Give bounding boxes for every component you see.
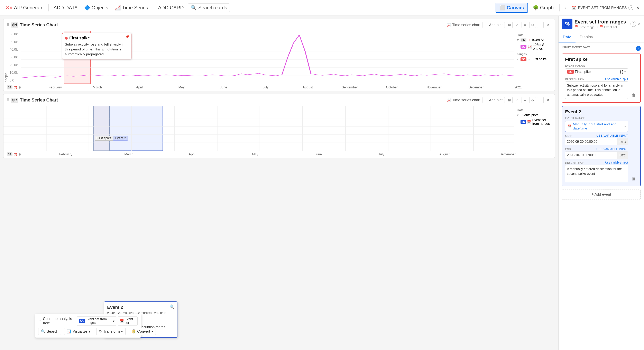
- delete-event2-btn[interactable]: 🗑: [630, 175, 638, 183]
- transform-label: Transform: [103, 329, 120, 334]
- nav-divider-3: [559, 4, 560, 11]
- plot-badge-m: $M: [520, 38, 526, 42]
- add-card-btn[interactable]: ADD CARD: [156, 4, 186, 12]
- t-2021: 2021: [497, 86, 539, 89]
- monitor-icon-1[interactable]: 🖥: [522, 22, 528, 28]
- chart-type-label-2: Time series chart: [452, 98, 480, 102]
- start-date-input[interactable]: [565, 138, 617, 145]
- t2-aug: August: [413, 153, 476, 156]
- event2-desc-label: DESCRIPTION: [565, 161, 584, 164]
- search-btn[interactable]: 🔍 Search: [38, 328, 61, 335]
- panel-header: $$ Event set from ranges 📅 Time range → …: [558, 16, 644, 32]
- t-sep: September: [329, 86, 371, 89]
- time-series-chart-btn-1[interactable]: 📈 Time series chart: [445, 22, 482, 28]
- panel-help-btn[interactable]: ?: [630, 21, 636, 27]
- close-chart-1[interactable]: ×: [545, 22, 552, 28]
- nav-right-group: ⬜ Canvas 🌳 Graph ← 📅 EVENT SET FROM RANG…: [496, 3, 641, 13]
- event2-use-var-link[interactable]: Use variable input: [605, 161, 628, 164]
- start-use-var-link[interactable]: Use variable input: [596, 134, 628, 137]
- aip-generate-btn[interactable]: ✕✕ AIP Generate: [3, 4, 46, 12]
- transform-btn[interactable]: ⟳ Transform ▾: [96, 328, 126, 335]
- close-chart-2[interactable]: ×: [545, 97, 552, 103]
- visualize-btn[interactable]: 📊 Visualize ▾: [64, 328, 93, 335]
- expand-icon-2[interactable]: ⊞: [506, 97, 512, 103]
- event2-range-select[interactable]: 📅 Manually input start and end date/time…: [565, 121, 628, 132]
- info-icon[interactable]: i: [636, 46, 641, 51]
- t2-jul: July: [350, 153, 413, 156]
- add-event-btn[interactable]: + Add event: [562, 189, 641, 199]
- close-panel-nav-btn[interactable]: ×: [635, 3, 641, 12]
- annotation-header: First spike: [65, 36, 128, 40]
- panel-help-nav-icon[interactable]: ?: [628, 5, 633, 10]
- chevron-down-icon: ▾: [113, 319, 114, 323]
- fullscreen-icon-2[interactable]: ⤢: [514, 97, 520, 103]
- graph-tab[interactable]: 🌳 Graph: [530, 3, 557, 12]
- end-date-input[interactable]: [565, 152, 617, 159]
- fullscreen-icon-1[interactable]: ⤢: [514, 22, 520, 28]
- search-label-btn: Search: [46, 329, 58, 334]
- objects-btn[interactable]: 🔷 Objects: [82, 4, 110, 12]
- settings-icon-2[interactable]: ⚙: [529, 97, 536, 103]
- event1-desc-textarea[interactable]: Subway activity rose and fell sharply in…: [565, 81, 628, 99]
- panel-body: INPUT EVENT DATA i First spike EVENT RAN…: [558, 42, 644, 350]
- objects-icon: 🔷: [84, 5, 90, 11]
- y-val-40k: 40.0k: [10, 48, 20, 51]
- delete-event1-btn[interactable]: 🗑: [630, 91, 638, 99]
- event1-desc-header-row: DESCRIPTION Use variable input: [565, 77, 628, 81]
- more-icon-2[interactable]: ···: [537, 97, 544, 103]
- panel-close-btn[interactable]: ×: [638, 21, 641, 27]
- tab-display[interactable]: Display: [576, 32, 597, 42]
- tab-data[interactable]: Data: [558, 32, 576, 42]
- bottom-popup: ↩ Continue analysis from $$ Event set fr…: [35, 314, 141, 338]
- back-btn[interactable]: ←: [562, 3, 570, 12]
- convert-btn[interactable]: 🥫 Convert ▾: [129, 328, 156, 335]
- chart-actions-2: 📈 Time series chart + Add plot ⊞ ⤢ 🖥 ⚙ ·…: [445, 97, 552, 103]
- action-row: 🔍 Search 📊 Visualize ▾ ⟳ Transform ▾ 🥫 C…: [38, 328, 138, 335]
- canvas-tab[interactable]: ⬜ Canvas: [496, 3, 528, 13]
- event2-header-row: Event 2 EVENT RANGE 📅 Manually input sta…: [565, 109, 638, 183]
- y-val-0: 0.0: [10, 79, 20, 82]
- event2-desc-header-row: DESCRIPTION Use variable input: [565, 161, 628, 164]
- t-jun: June: [202, 86, 245, 89]
- t-nov: November: [413, 86, 455, 89]
- collapse-arrow-2[interactable]: ▼: [516, 114, 519, 117]
- time-settings-1[interactable]: ⚙: [18, 86, 21, 89]
- collapse-arrow-1[interactable]: ▼: [516, 38, 519, 42]
- chart-title-1: Time Series Chart: [20, 22, 443, 27]
- more-icon-1[interactable]: ···: [537, 22, 544, 28]
- add-plot-btn-1[interactable]: + Add plot: [484, 22, 505, 28]
- t-oct: October: [371, 86, 413, 89]
- end-use-var-link[interactable]: Use variable input: [596, 148, 628, 151]
- event2-desc-textarea[interactable]: A manually entered description for the s…: [565, 165, 628, 182]
- t2-sep: September: [476, 153, 539, 156]
- time-series-btn[interactable]: 📈 Time Series: [112, 4, 150, 12]
- annotation-dot: [65, 37, 68, 40]
- monitor-icon-2[interactable]: 🖥: [522, 97, 528, 103]
- time-series-chart-btn-2[interactable]: 📈 Time series chart: [445, 97, 482, 103]
- time-settings-2[interactable]: ⚙: [18, 153, 21, 157]
- range-item-1: ▼ $O [-] First spike: [516, 57, 552, 61]
- section-label: INPUT EVENT DATA: [562, 46, 591, 49]
- event1-range-select[interactable]: $O First spike [-] ▾: [565, 68, 628, 75]
- drag-handle-2[interactable]: ⠿: [7, 98, 10, 102]
- event-set-dropdown[interactable]: 📅 Event set: [118, 316, 138, 326]
- add-data-btn[interactable]: ADD DATA: [51, 4, 80, 12]
- event-plot-name: Event set from ranges: [532, 118, 552, 126]
- transform-icon: ⟳: [99, 329, 102, 334]
- time-icon-2: ⏰: [13, 153, 18, 157]
- pin-icon: 📌: [125, 35, 130, 39]
- source-dropdown[interactable]: $$ Event set from ranges ▾: [77, 316, 116, 326]
- events-plots-item: ▼ Events plots: [516, 113, 552, 117]
- tooltip-search-icon[interactable]: 🔍: [170, 304, 174, 309]
- event1-use-var-link[interactable]: Use variable input: [605, 77, 628, 81]
- breadcrumb-1: Time range: [579, 25, 594, 29]
- t2-jun: June: [287, 153, 350, 156]
- expand-icon-1[interactable]: ⊞: [506, 22, 512, 28]
- drag-handle-1[interactable]: ⠿: [7, 23, 10, 27]
- chart-badge-1: $N: [11, 22, 18, 27]
- plot-item-2: $O 📈 103rd St - entries: [516, 43, 552, 50]
- settings-icon-1[interactable]: ⚙: [529, 22, 536, 28]
- collapse-arrow-range[interactable]: ▼: [516, 58, 519, 61]
- search-cards-btn[interactable]: 🔍 Search cards: [188, 3, 230, 12]
- add-plot-btn-2[interactable]: + Add plot: [484, 97, 505, 103]
